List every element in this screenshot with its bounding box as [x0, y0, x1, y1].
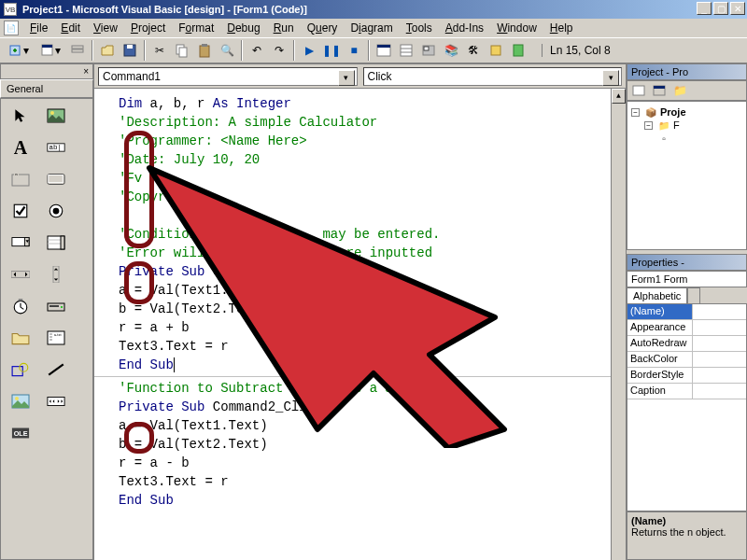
- close-button[interactable]: ✕: [730, 2, 745, 15]
- view-code-button[interactable]: [629, 82, 648, 99]
- view-object-button[interactable]: [650, 82, 669, 99]
- hscrollbar-icon[interactable]: [5, 261, 36, 287]
- menu-window[interactable]: Window: [491, 20, 543, 36]
- tab-alphabetic[interactable]: Alphabetic: [627, 287, 687, 303]
- toolbar: ▾ ▾ ✂ 🔍 ↶ ↷ ▶ ❚❚ ■ 📚 🛠 Ln 15, Col 8: [0, 37, 747, 63]
- undo-button[interactable]: ↶: [247, 40, 267, 61]
- add-project-button[interactable]: ▾: [4, 40, 34, 61]
- listbox-icon[interactable]: [40, 230, 72, 256]
- optionbutton-icon[interactable]: [40, 198, 72, 224]
- properties-object-combo[interactable]: Form1 Form: [627, 271, 747, 287]
- references-button[interactable]: [508, 40, 529, 61]
- svg-rect-6: [127, 45, 133, 49]
- run-button[interactable]: ▶: [299, 40, 319, 61]
- properties-button[interactable]: [396, 40, 416, 61]
- image-icon[interactable]: [5, 388, 36, 414]
- prop-row-appearance[interactable]: Appearance: [627, 320, 746, 336]
- form-layout-button[interactable]: [418, 40, 439, 61]
- toolbox-tab-general[interactable]: General: [0, 79, 93, 98]
- menu-tools[interactable]: Tools: [401, 20, 438, 36]
- component-button[interactable]: [486, 40, 506, 61]
- data-icon[interactable]: [40, 388, 72, 414]
- expand-icon[interactable]: −: [631, 108, 640, 117]
- properties-grid[interactable]: (Name) Appearance AutoRedraw BackColor B…: [627, 303, 747, 511]
- copy-button[interactable]: [172, 40, 192, 61]
- project-tree[interactable]: − 📦 Proje − 📁 F ▫: [627, 101, 747, 250]
- tree-project-root[interactable]: − 📦 Proje: [631, 105, 742, 119]
- line-icon[interactable]: [40, 357, 72, 383]
- menu-project[interactable]: Project: [125, 20, 171, 36]
- expand-icon[interactable]: −: [644, 121, 653, 130]
- menu-query[interactable]: Query: [302, 20, 344, 36]
- mdi-icon[interactable]: 📄: [4, 21, 19, 35]
- code-combos: Command1 Click: [94, 64, 626, 89]
- drivelistbox-icon[interactable]: [40, 293, 72, 319]
- tree-forms-folder[interactable]: − 📁 F: [631, 119, 742, 132]
- stop-button[interactable]: ■: [344, 40, 364, 61]
- timer-icon[interactable]: [5, 293, 36, 319]
- menu-addins[interactable]: Add-Ins: [440, 20, 489, 36]
- workspace: × General A ab| xv a.txt OLE: [0, 63, 747, 560]
- ole-icon[interactable]: OLE: [5, 420, 36, 446]
- add-form-button[interactable]: ▾: [35, 40, 65, 61]
- filelistbox-icon[interactable]: a.txt: [40, 325, 72, 351]
- object-browser-button[interactable]: 📚: [441, 40, 461, 61]
- code-area[interactable]: Dim a, b, r As Integer 'Description: A s…: [94, 89, 626, 560]
- svg-text:ab|: ab|: [49, 145, 63, 152]
- svg-rect-13: [401, 45, 412, 56]
- menu-edit[interactable]: Edit: [55, 20, 86, 36]
- picturebox-icon[interactable]: [40, 103, 72, 129]
- svg-point-21: [50, 111, 54, 115]
- right-dock: Project - Pro 📁 − 📦 Proje − 📁 F ▫: [626, 63, 747, 560]
- menubar: 📄 File Edit View Project Format Debug Ru…: [0, 19, 747, 37]
- find-button[interactable]: 🔍: [217, 40, 237, 61]
- menu-format[interactable]: Format: [173, 20, 219, 36]
- tab-categorized[interactable]: [687, 287, 700, 303]
- pointer-icon[interactable]: [5, 103, 36, 129]
- menu-editor-button[interactable]: [67, 40, 88, 61]
- toolbox-close-icon[interactable]: ×: [83, 66, 89, 77]
- menu-debug[interactable]: Debug: [221, 20, 265, 36]
- svg-rect-12: [377, 45, 390, 48]
- menu-diagram[interactable]: Diagram: [345, 20, 398, 36]
- combobox-icon[interactable]: [5, 230, 36, 256]
- toolbox-button[interactable]: 🛠: [463, 40, 484, 61]
- textbox-icon[interactable]: ab|: [40, 134, 72, 161]
- open-button[interactable]: [97, 40, 118, 61]
- label-icon[interactable]: A: [5, 134, 36, 161]
- break-button[interactable]: ❚❚: [321, 40, 342, 61]
- vertical-scrollbar[interactable]: ▲: [611, 89, 626, 560]
- redo-button[interactable]: ↷: [269, 40, 289, 61]
- tree-form-item[interactable]: ▫: [631, 132, 742, 145]
- object-combo[interactable]: Command1: [98, 67, 358, 86]
- toggle-folders-button[interactable]: 📁: [670, 82, 689, 99]
- menu-help[interactable]: Help: [544, 20, 579, 36]
- svg-rect-41: [19, 299, 23, 301]
- prop-row-name[interactable]: (Name): [627, 304, 746, 320]
- menu-file[interactable]: File: [24, 20, 53, 36]
- commandbutton-icon[interactable]: [40, 166, 72, 192]
- project-explorer-button[interactable]: [374, 40, 394, 61]
- prop-row-autoredraw[interactable]: AutoRedraw: [627, 336, 746, 352]
- prop-row-caption[interactable]: Caption: [627, 384, 746, 399]
- procedure-combo[interactable]: Click: [363, 67, 623, 86]
- maximize-button[interactable]: ▢: [713, 2, 728, 15]
- shape-icon[interactable]: [5, 357, 36, 383]
- prop-row-borderstyle[interactable]: BorderStyle: [627, 368, 746, 384]
- menu-view[interactable]: View: [88, 20, 123, 36]
- checkbox-icon[interactable]: [5, 198, 36, 224]
- menu-run[interactable]: Run: [268, 20, 300, 36]
- scroll-up-icon[interactable]: ▲: [612, 89, 626, 104]
- minimize-button[interactable]: _: [697, 2, 712, 15]
- svg-point-48: [20, 363, 28, 371]
- vscrollbar-icon[interactable]: [40, 261, 72, 287]
- cut-button[interactable]: ✂: [149, 40, 170, 61]
- dirlistbox-icon[interactable]: [5, 325, 36, 351]
- svg-rect-4: [72, 49, 83, 52]
- prop-row-backcolor[interactable]: BackColor: [627, 352, 746, 368]
- paste-button[interactable]: [194, 40, 215, 61]
- save-button[interactable]: [120, 40, 140, 61]
- svg-rect-17: [424, 47, 429, 50]
- svg-text:a.txt: a.txt: [54, 332, 62, 337]
- frame-icon[interactable]: xv: [5, 166, 36, 192]
